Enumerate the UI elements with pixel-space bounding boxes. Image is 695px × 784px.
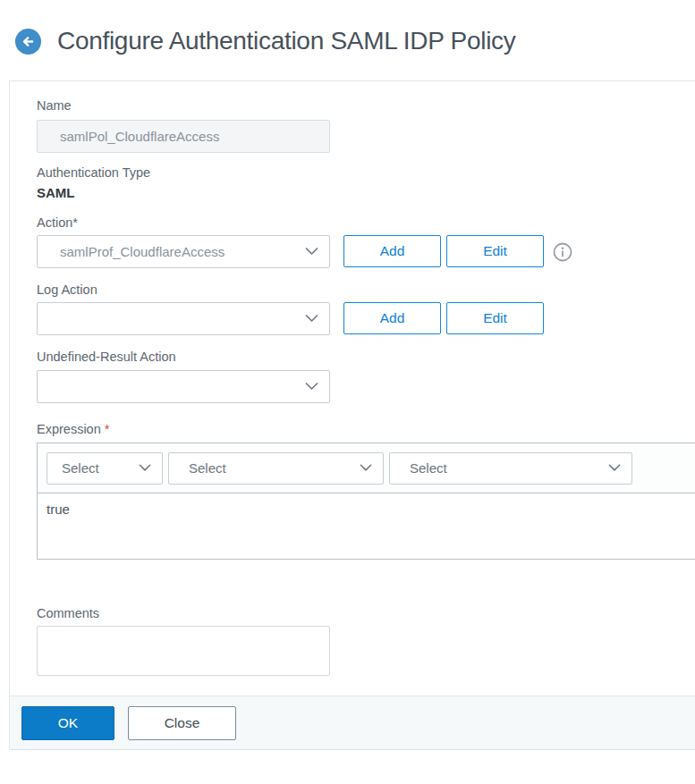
back-button[interactable] bbox=[15, 29, 41, 55]
expression-select-attribute[interactable]: Select bbox=[168, 452, 384, 485]
expression-select-operand[interactable]: Select bbox=[47, 452, 163, 485]
expression-select-operator[interactable]: Select bbox=[389, 452, 632, 485]
auth-type-value: SAML bbox=[37, 185, 75, 200]
chevron-down-icon bbox=[305, 383, 318, 391]
form-footer: OK Close bbox=[10, 695, 695, 750]
expression-label-text: Expression bbox=[37, 422, 101, 436]
chevron-down-icon bbox=[305, 248, 318, 256]
arrow-left-icon bbox=[21, 34, 36, 49]
ok-button[interactable]: OK bbox=[21, 706, 114, 740]
page-header: Configure Authentication SAML IDP Policy bbox=[15, 27, 516, 55]
log-action-label: Log Action bbox=[37, 282, 97, 297]
expression-editor: Select Select Select true bbox=[37, 443, 695, 560]
action-add-button[interactable]: Add bbox=[343, 235, 441, 267]
info-icon[interactable] bbox=[553, 242, 572, 262]
log-action-edit-button[interactable]: Edit bbox=[446, 302, 544, 334]
chevron-down-icon bbox=[305, 315, 318, 323]
expression-label: Expression * bbox=[37, 422, 109, 436]
action-select[interactable]: samlProf_CloudflareAccess bbox=[37, 235, 330, 268]
expression-value-input[interactable]: true bbox=[38, 493, 695, 559]
auth-type-label: Authentication Type bbox=[37, 165, 150, 180]
name-input[interactable] bbox=[37, 120, 330, 153]
close-button[interactable]: Close bbox=[128, 706, 236, 740]
expression-toolbar: Select Select Select bbox=[38, 443, 695, 493]
log-action-add-button[interactable]: Add bbox=[343, 302, 441, 334]
comments-label: Comments bbox=[37, 606, 99, 620]
undefined-result-action-select[interactable] bbox=[37, 370, 330, 403]
chevron-down-icon bbox=[139, 464, 151, 472]
expression-select-value: Select bbox=[47, 460, 99, 476]
log-action-select[interactable] bbox=[37, 302, 330, 335]
comments-input[interactable] bbox=[37, 626, 330, 676]
page-title: Configure Authentication SAML IDP Policy bbox=[57, 27, 516, 55]
expression-select-value: Select bbox=[169, 460, 226, 476]
action-label: Action* bbox=[37, 215, 78, 230]
chevron-down-icon bbox=[608, 464, 621, 472]
undefined-result-action-label: Undefined-Result Action bbox=[37, 350, 176, 364]
action-select-value: samlProf_CloudflareAccess bbox=[38, 244, 305, 259]
name-label: Name bbox=[37, 98, 72, 113]
required-asterisk: * bbox=[105, 422, 110, 436]
chevron-down-icon bbox=[360, 464, 372, 472]
expression-select-value: Select bbox=[390, 460, 447, 476]
action-edit-button[interactable]: Edit bbox=[446, 235, 544, 267]
form-panel: Name Authentication Type SAML Action* sa… bbox=[9, 80, 695, 749]
